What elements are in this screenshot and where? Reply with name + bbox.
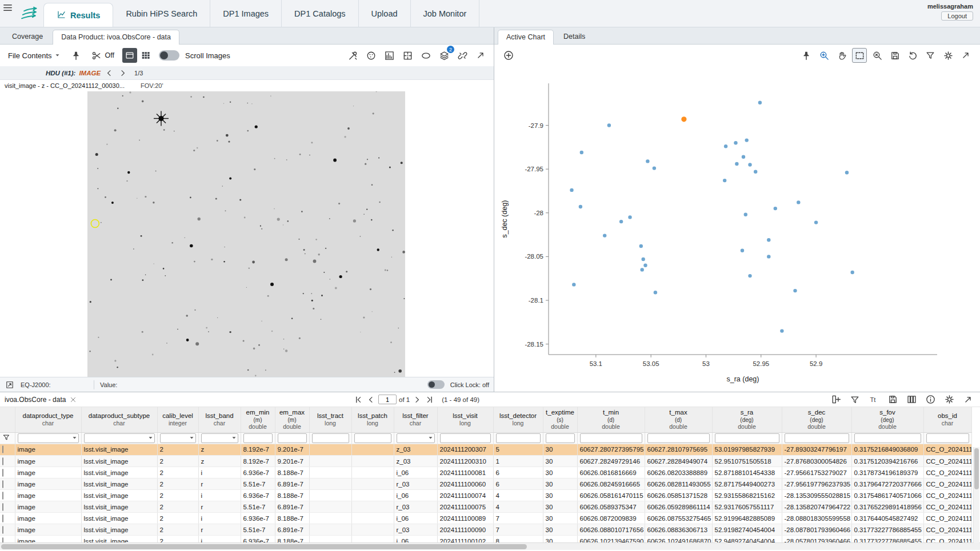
- close-table-icon[interactable]: [69, 395, 78, 404]
- table-info-icon[interactable]: [923, 392, 938, 407]
- cell-em_max[interactable]: 6.891e-7: [275, 501, 309, 513]
- horizontal-scrollbar[interactable]: [0, 542, 980, 550]
- filter-input-t_min[interactable]: [580, 433, 642, 443]
- cell-lsst_filter[interactable]: i_06: [394, 467, 437, 478]
- cell-s_dec[interactable]: -28.135309555028815: [782, 490, 851, 501]
- filter-select-calib_level[interactable]: [160, 433, 196, 443]
- cell-lsst_detector[interactable]: 4: [493, 490, 543, 501]
- row-checkbox[interactable]: [2, 457, 3, 465]
- cell-calib_level[interactable]: 2: [157, 536, 198, 542]
- text-view-icon[interactable]: Tt: [866, 392, 881, 407]
- app-tab-upload[interactable]: Upload: [359, 0, 411, 27]
- cell-lsst_filter[interactable]: i_06: [394, 536, 437, 542]
- cell-dataproduct_type[interactable]: image: [15, 478, 81, 490]
- app-tab-results[interactable]: Results: [43, 3, 113, 27]
- row-checkbox[interactable]: [2, 503, 3, 511]
- cell-t_min[interactable]: 60626.088010717656: [577, 524, 645, 536]
- row-checkbox[interactable]: [2, 469, 3, 477]
- table-row[interactable]: imagelsst.visit_image2i6.936e-78.188e-7i…: [0, 536, 971, 542]
- cell-em_min[interactable]: 5.51e-7: [241, 478, 275, 490]
- cell-lsst_band[interactable]: i: [198, 536, 241, 542]
- expand-readout-icon[interactable]: [5, 380, 15, 390]
- table-row[interactable]: imagelsst.visit_image2r5.51e-76.891e-7r_…: [0, 478, 971, 490]
- row-checkbox[interactable]: [2, 514, 3, 522]
- cell-s_ra[interactable]: 52.93176057551117: [712, 501, 782, 513]
- cell-lsst_visit[interactable]: 2024111100081: [437, 467, 493, 478]
- cell-s_dec[interactable]: -27.89303247796197: [782, 444, 851, 456]
- app-tab-dp1-catalogs[interactable]: DP1 Catalogs: [282, 0, 358, 27]
- cell-s_dec[interactable]: -28.135820747964722: [782, 501, 851, 513]
- cell-em_max[interactable]: 6.891e-7: [275, 524, 309, 536]
- filter-input-s_ra[interactable]: [715, 433, 779, 443]
- scroll-images-toggle[interactable]: [159, 50, 179, 61]
- cell-dataproduct_subtype[interactable]: lsst.visit_image: [81, 478, 157, 490]
- cell-s_ra[interactable]: 52.87188101454338: [712, 467, 782, 478]
- first-page-icon[interactable]: [353, 395, 363, 405]
- table-filter-icon[interactable]: [847, 392, 862, 407]
- cell-lsst_visit[interactable]: 2024111100089: [437, 513, 493, 524]
- cell-dataproduct_subtype[interactable]: lsst.visit_image: [81, 524, 157, 536]
- cell-t_max[interactable]: 60627.28107975695: [645, 444, 712, 456]
- cell-obs_id[interactable]: CC_O_20241111_0: [923, 513, 971, 524]
- table-row[interactable]: imagelsst.visit_image2i6.936e-78.188e-7i…: [0, 513, 971, 524]
- add-chart-icon[interactable]: [501, 48, 516, 63]
- cell-t_min[interactable]: 60626.058161470115: [577, 490, 645, 501]
- cell-s_fov[interactable]: 0.3176440545827492: [851, 513, 923, 524]
- row-checkbox[interactable]: [2, 480, 3, 488]
- cell-lsst_tract[interactable]: [309, 490, 351, 501]
- cell-obs_id[interactable]: CC_O_20241112_0: [923, 444, 971, 456]
- scatter-chart[interactable]: 53.153.055352.9552.9-27.9-27.95-28-28.05…: [494, 66, 980, 392]
- cell-lsst_filter[interactable]: r_03: [394, 478, 437, 490]
- cell-lsst_detector[interactable]: 7: [493, 513, 543, 524]
- cell-calib_level[interactable]: 2: [157, 501, 198, 513]
- cell-t_exptime[interactable]: 30: [543, 513, 577, 524]
- chart-settings-icon[interactable]: [941, 48, 955, 63]
- cell-s_fov[interactable]: 0.31773227786885455: [851, 536, 923, 542]
- cell-em_max[interactable]: 9.201e-7: [275, 444, 309, 456]
- cell-lsst_band[interactable]: i: [198, 467, 241, 478]
- cell-t_exptime[interactable]: 30: [543, 456, 577, 467]
- column-header-dataproduct_type[interactable]: dataproduct_typechar: [15, 407, 81, 432]
- column-header-t_max[interactable]: t_max(d)double: [645, 407, 712, 432]
- cell-dataproduct_type[interactable]: image: [15, 536, 81, 542]
- column-header-t_min[interactable]: t_min(d)double: [577, 407, 645, 432]
- cell-s_dec[interactable]: -27.95661753279027: [782, 467, 851, 478]
- column-header-t_exptime[interactable]: t_exptime(s)double: [543, 407, 577, 432]
- app-tab-job-monitor[interactable]: Job Monitor: [411, 0, 480, 27]
- cell-calib_level[interactable]: 2: [157, 524, 198, 536]
- click-lock-toggle[interactable]: [427, 380, 445, 389]
- single-view-button[interactable]: [122, 48, 137, 63]
- cell-t_min[interactable]: 60626.08245916665: [577, 478, 645, 490]
- save-chart-icon[interactable]: [887, 48, 902, 63]
- cell-t_max[interactable]: 60626.08836306713: [645, 524, 712, 536]
- zoom-in-icon[interactable]: [817, 48, 831, 63]
- select-region-icon[interactable]: [418, 48, 433, 63]
- cell-t_min[interactable]: 60626.0816816669: [577, 467, 645, 478]
- cell-calib_level[interactable]: 2: [157, 467, 198, 478]
- cell-s_fov[interactable]: 0.31754861740571066: [851, 490, 923, 501]
- cell-lsst_visit[interactable]: 2024111100090: [437, 524, 493, 536]
- fits-image[interactable]: [87, 91, 405, 377]
- pin-chart-icon[interactable]: [799, 48, 814, 63]
- column-header-obs_id[interactable]: obs_idchar: [923, 407, 971, 432]
- cell-em_max[interactable]: 8.188e-7: [275, 490, 309, 501]
- column-header-dataproduct_subtype[interactable]: dataproduct_subtypechar: [81, 407, 157, 432]
- filter-input-lsst_detector[interactable]: [496, 433, 541, 443]
- cell-em_min[interactable]: 6.936e-7: [241, 513, 275, 524]
- wcs-match-icon[interactable]: [455, 48, 470, 63]
- cell-t_max[interactable]: 60627.28284949074: [645, 456, 712, 467]
- cell-lsst_tract[interactable]: [309, 501, 351, 513]
- page-number-input[interactable]: [378, 395, 397, 404]
- cell-t_exptime[interactable]: 30: [543, 478, 577, 490]
- expand-chart-icon[interactable]: [958, 48, 973, 63]
- cell-s_ra[interactable]: 52.93155868215162: [712, 490, 782, 501]
- column-header-calib_level[interactable]: calib_levelinteger: [157, 407, 198, 432]
- cell-calib_level[interactable]: 2: [157, 478, 198, 490]
- cell-lsst_patch[interactable]: [351, 524, 394, 536]
- cell-lsst_filter[interactable]: z_03: [394, 456, 437, 467]
- cell-s_fov[interactable]: 0.3178734196189379: [851, 467, 923, 478]
- cell-em_max[interactable]: 8.188e-7: [275, 536, 309, 542]
- cell-dataproduct_subtype[interactable]: lsst.visit_image: [81, 501, 157, 513]
- cell-s_fov[interactable]: 0.31796472720377666: [851, 478, 923, 490]
- cell-s_ra[interactable]: 52.91996482885089: [712, 513, 782, 524]
